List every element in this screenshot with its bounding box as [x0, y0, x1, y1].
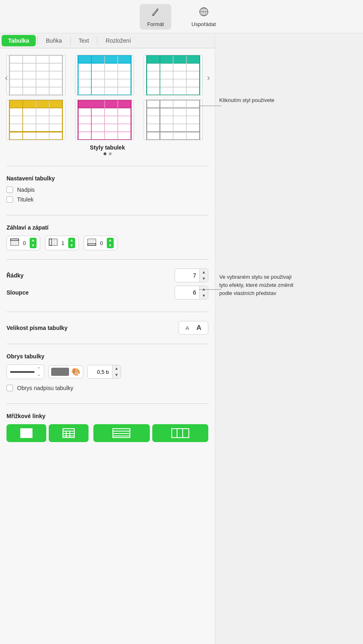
nadpis-label: Nadpis: [17, 186, 35, 193]
next-style-btn[interactable]: ›: [204, 71, 213, 85]
arrange-label: Uspořádat: [192, 21, 216, 27]
titulek-checkbox[interactable]: [6, 196, 13, 203]
format-panel: Tabulka Buňka Text Rozložení ‹: [0, 33, 215, 644]
mrizka-section: Mřížkové linky: [0, 408, 215, 447]
hf-spinner-1[interactable]: ▲ ▼: [30, 238, 37, 248]
divider-3: [6, 259, 208, 260]
grid-right-group: [93, 424, 208, 442]
nadpis-row: Nadpis: [6, 186, 208, 193]
sidebar-note-2: Ve vybraném stylu se použivají tyto efek…: [219, 273, 298, 297]
hf-spinner-2[interactable]: ▲ ▼: [68, 238, 75, 248]
font-size-large-btn[interactable]: A: [194, 323, 204, 333]
style-thumb-6[interactable]: [144, 100, 203, 140]
style-thumb-3[interactable]: [144, 55, 203, 95]
grid-btn-4[interactable]: [152, 424, 208, 442]
font-size-small-btn[interactable]: A: [183, 323, 192, 333]
format-label: Formát: [147, 21, 164, 27]
radky-spinner: ▲ ▼: [199, 269, 208, 282]
mrizka-title: Mřížkové linky: [6, 413, 208, 419]
hf-control-3: 0 ▲ ▼: [84, 236, 117, 250]
border-width-input[interactable]: [88, 367, 112, 377]
border-width-group: ▲ ▼: [87, 365, 121, 379]
border-style-selector[interactable]: ⌃⌄: [6, 364, 44, 379]
obrys-nadpisu-label: Obrys nadpisu tabulky: [17, 385, 73, 391]
tab-rozlozeni[interactable]: Rozložení: [97, 33, 139, 48]
hf-spinner-3[interactable]: ▲ ▼: [107, 238, 114, 248]
zahlaviZapati-section: Záhlaví a zápatí: [0, 219, 215, 255]
page-dots: [6, 152, 208, 155]
radky-sloupce-section: Řádky 7 ▲ ▼ Sloupce 6 ▲ ▼: [0, 264, 215, 308]
zahlaviZapati-title: Záhlaví a zápatí: [6, 224, 208, 231]
obrys-nadpisu-checkbox[interactable]: [6, 385, 13, 391]
hf-val-1: 0: [22, 240, 27, 246]
hf-down-1[interactable]: ▼: [30, 243, 37, 248]
sidebar-note-1: Kliknutím styl použivete: [219, 96, 274, 104]
grid-left-group: [6, 424, 89, 442]
titulek-label: Titulek: [17, 196, 34, 203]
color-wheel-icon[interactable]: 🎨: [71, 367, 80, 376]
hf-control-2: 1 ▲ ▼: [45, 236, 79, 250]
divider-4: [6, 312, 208, 312]
nastaveni-title: Nastavení tabulky: [6, 175, 208, 182]
font-size-section: Velikost písma tabulky A A: [0, 316, 215, 340]
border-width-down[interactable]: ▼: [112, 372, 121, 378]
format-tab-btn[interactable]: Formát: [140, 4, 171, 30]
dot-2: [109, 152, 112, 155]
nadpis-checkbox[interactable]: [6, 186, 13, 193]
sloupce-row: Sloupce 6 ▲ ▼: [6, 286, 208, 299]
prev-style-btn[interactable]: ‹: [2, 71, 11, 85]
border-line-preview: [10, 371, 35, 373]
hf-val-3: 0: [99, 240, 104, 246]
divider-2: [6, 215, 208, 215]
nastaveni-section: Nastavení tabulky Nadpis Titulek: [0, 170, 215, 211]
radky-input[interactable]: 7: [175, 271, 199, 280]
hf-up-3[interactable]: ▲: [107, 238, 114, 243]
connector-line-2: [199, 289, 221, 290]
obrys-section: Obrys tabulky ⌃⌄ 🎨: [0, 348, 215, 399]
arrange-icon: [199, 7, 209, 20]
sloupce-label: Sloupce: [6, 289, 28, 296]
font-size-row: Velikost písma tabulky A A: [6, 321, 208, 335]
tab-text[interactable]: Text: [71, 33, 97, 48]
sloupce-down[interactable]: ▼: [200, 293, 208, 299]
style-thumb-4[interactable]: [6, 100, 65, 140]
hf-controls-row: 0 ▲ ▼: [6, 236, 208, 250]
style-thumb-2[interactable]: [75, 55, 134, 95]
border-width-up[interactable]: ▲: [112, 365, 121, 372]
color-swatch: [51, 368, 69, 376]
font-size-label: Velikost písma tabulky: [6, 325, 67, 331]
table-styles-section: ‹: [0, 48, 215, 162]
style-thumb-1[interactable]: [6, 55, 65, 95]
tab-bunka[interactable]: Buňka: [38, 33, 70, 48]
obrys-nadpisu-row: Obrys nadpisu tabulky: [6, 385, 208, 391]
color-swatch-container[interactable]: 🎨: [48, 365, 83, 378]
radky-down[interactable]: ▼: [200, 275, 208, 282]
border-controls-row: ⌃⌄ 🎨 ▲ ▼: [6, 364, 208, 379]
col-header-icon: [10, 239, 19, 247]
hf-down-3[interactable]: ▼: [107, 243, 114, 248]
svg-rect-64: [11, 239, 19, 241]
grid-btn-1[interactable]: [6, 424, 46, 442]
tab-bar: Tabulka Buňka Text Rozložení: [0, 33, 215, 48]
hf-up-2[interactable]: ▲: [68, 238, 75, 243]
dot-1: [104, 152, 106, 155]
divider-1: [6, 166, 208, 166]
hf-control-1: 0 ▲ ▼: [6, 236, 40, 250]
arrange-tab-btn[interactable]: Uspořádat: [184, 4, 223, 30]
sidebar-area: Kliknutím styl použivete Ve vybraném sty…: [215, 33, 363, 644]
hf-down-2[interactable]: ▼: [68, 243, 75, 248]
sloupce-input[interactable]: 6: [175, 288, 199, 297]
border-width-spinner: ▲ ▼: [112, 365, 121, 378]
hf-up-1[interactable]: ▲: [30, 238, 37, 243]
radky-up[interactable]: ▲: [200, 269, 208, 275]
style-thumb-5[interactable]: [75, 100, 134, 140]
format-icon: [150, 7, 161, 20]
sloupce-spinner: ▲ ▼: [199, 286, 208, 299]
radky-input-group: 7 ▲ ▼: [175, 269, 208, 282]
svg-rect-102: [172, 429, 189, 438]
grid-btn-3[interactable]: [93, 424, 149, 442]
radky-row: Řádky 7 ▲ ▼: [6, 269, 208, 282]
border-style-chevron: ⌃⌄: [37, 366, 41, 377]
tab-tabulka[interactable]: Tabulka: [2, 35, 36, 46]
grid-btn-2[interactable]: [49, 424, 89, 442]
